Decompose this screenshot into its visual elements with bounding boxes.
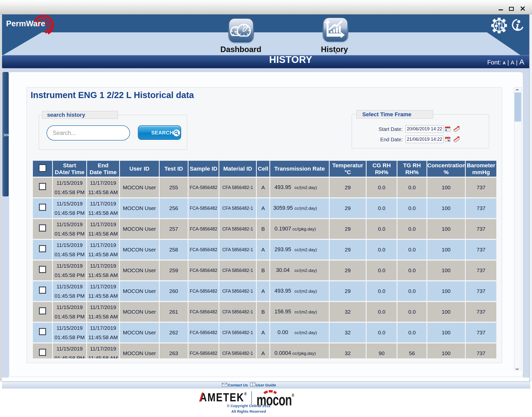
- svg-text:1: 1: [447, 139, 448, 141]
